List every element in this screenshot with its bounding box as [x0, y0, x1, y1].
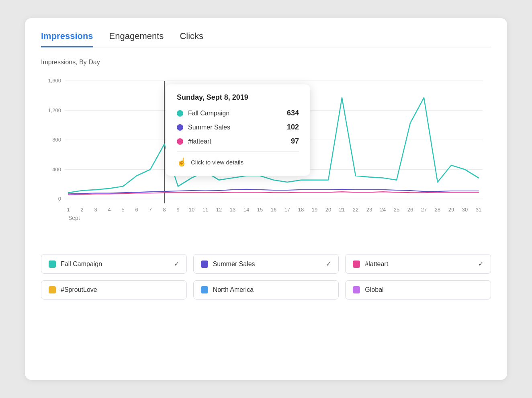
legend-swatch-1	[201, 261, 208, 268]
tooltip-action-label: Click to view details	[191, 159, 243, 166]
svg-text:30: 30	[462, 207, 468, 213]
tooltip-value-2: 97	[291, 137, 299, 146]
svg-text:22: 22	[353, 207, 358, 213]
svg-text:18: 18	[298, 207, 304, 213]
svg-text:3: 3	[94, 207, 97, 213]
svg-text:27: 27	[421, 207, 427, 213]
legend-item-0[interactable]: Fall Campaign ✓	[41, 254, 187, 274]
svg-text:10: 10	[189, 207, 194, 213]
svg-text:4: 4	[108, 207, 111, 213]
svg-text:25: 25	[394, 207, 399, 213]
legend-label-4: North America	[213, 286, 254, 293]
svg-text:31: 31	[476, 207, 481, 213]
svg-text:400: 400	[52, 166, 61, 172]
svg-text:1,200: 1,200	[48, 107, 61, 113]
tooltip-date: Sunday, Sept 8, 2019	[177, 93, 299, 102]
legend-label-1: Summer Sales	[213, 261, 255, 268]
tooltip-dot-0	[177, 110, 183, 117]
svg-text:800: 800	[52, 137, 61, 143]
tab-impressions[interactable]: Impressions	[41, 31, 93, 47]
tooltip-dot-1	[177, 124, 183, 131]
legend-item-5[interactable]: Global	[345, 280, 491, 300]
svg-text:20: 20	[325, 207, 331, 213]
tooltip-row-1: Summer Sales 102	[177, 123, 299, 131]
tooltip-row-0: Fall Campaign 634	[177, 109, 299, 117]
legend-label-5: Global	[365, 286, 383, 293]
tooltip-action[interactable]: ☝ Click to view details	[177, 157, 299, 167]
svg-text:19: 19	[312, 207, 317, 213]
legend-swatch-4	[201, 286, 208, 293]
svg-text:16: 16	[271, 207, 276, 213]
tooltip-value-0: 634	[287, 109, 299, 117]
svg-text:0: 0	[58, 196, 61, 202]
legend-check-0: ✓	[174, 260, 179, 268]
chart-area: 0 400 800 1,200 1,600 1 2 3 4 5 6 7 8 9	[41, 72, 491, 241]
svg-text:2: 2	[80, 207, 83, 213]
svg-text:9: 9	[176, 207, 179, 213]
main-card: Impressions Engagements Clicks Impressio…	[25, 18, 507, 380]
legend-item-3[interactable]: #SproutLove	[41, 280, 187, 300]
tooltip-value-1: 102	[287, 123, 299, 131]
chart-title: Impressions, By Day	[41, 59, 491, 66]
legend-item-1[interactable]: Summer Sales ✓	[193, 254, 339, 274]
svg-text:17: 17	[284, 207, 290, 213]
svg-text:11: 11	[203, 207, 208, 213]
svg-text:15: 15	[257, 207, 263, 213]
svg-text:14: 14	[243, 207, 250, 213]
tab-bar: Impressions Engagements Clicks	[41, 31, 491, 47]
svg-text:7: 7	[149, 207, 151, 213]
click-icon: ☝	[177, 157, 187, 167]
svg-text:13: 13	[230, 207, 235, 213]
svg-text:Sept: Sept	[68, 215, 80, 221]
svg-text:1,600: 1,600	[48, 78, 61, 84]
svg-text:23: 23	[366, 207, 372, 213]
legend-swatch-5	[353, 286, 360, 293]
svg-text:6: 6	[135, 207, 138, 213]
svg-text:24: 24	[380, 207, 386, 213]
svg-text:21: 21	[339, 207, 345, 213]
tab-engagements[interactable]: Engagements	[109, 31, 164, 47]
tooltip-row-2: #latteart 97	[177, 137, 299, 146]
svg-text:5: 5	[121, 207, 124, 213]
svg-text:1: 1	[67, 207, 70, 213]
legend-label-3: #SproutLove	[61, 286, 97, 293]
tooltip-label-1: Summer Sales	[188, 124, 230, 131]
legend-check-1: ✓	[326, 260, 331, 268]
legend-swatch-2	[353, 261, 360, 268]
svg-text:29: 29	[448, 207, 454, 213]
legend-item-4[interactable]: North America	[193, 280, 339, 300]
tooltip-dot-2	[177, 138, 183, 145]
svg-text:12: 12	[216, 207, 222, 213]
legend-swatch-0	[49, 261, 56, 268]
legend-check-2: ✓	[478, 260, 483, 268]
legend-item-2[interactable]: #latteart ✓	[345, 254, 491, 274]
legend-label-2: #latteart	[365, 261, 388, 268]
svg-text:8: 8	[163, 207, 166, 213]
svg-text:28: 28	[435, 207, 440, 213]
chart-tooltip: Sunday, Sept 8, 2019 Fall Campaign 634 S…	[166, 84, 310, 176]
legend-label-0: Fall Campaign	[61, 261, 102, 268]
svg-text:26: 26	[407, 207, 413, 213]
legend: Fall Campaign ✓ Summer Sales ✓ #latteart…	[41, 254, 491, 300]
tab-clicks[interactable]: Clicks	[180, 31, 203, 47]
tooltip-label-0: Fall Campaign	[188, 110, 229, 117]
tooltip-divider	[177, 151, 299, 152]
tooltip-label-2: #latteart	[188, 138, 211, 145]
legend-swatch-3	[49, 286, 56, 293]
